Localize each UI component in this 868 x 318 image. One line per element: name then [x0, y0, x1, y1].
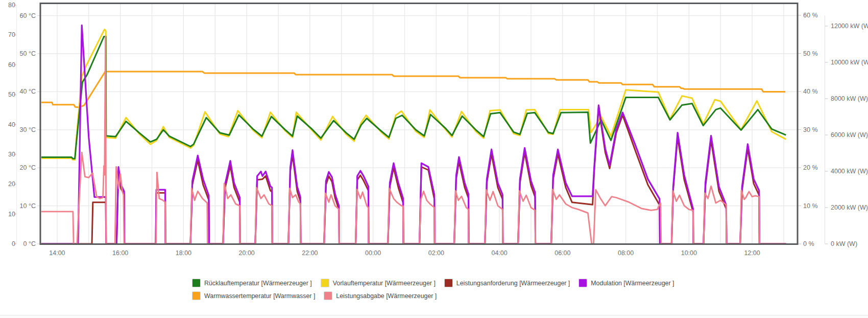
- legend-item-modulation[interactable]: Modulation [Wärmeerzeuger ]: [578, 279, 674, 287]
- x-tick-label: 22:00: [294, 249, 326, 257]
- power-tick-label: 0 kW (W): [831, 240, 857, 248]
- x-tick-label: 02:00: [420, 249, 452, 257]
- percent-tick-label: 10 %: [803, 202, 818, 210]
- x-tick-label: 04:00: [483, 249, 516, 257]
- legend-item-leistungsanforderung[interactable]: Leistungsanforderung [Wärmeerzeuger ]: [444, 279, 570, 287]
- legend-label: Rücklauftemperatur [Wärmeerzeuger ]: [204, 280, 312, 287]
- celsius-tick-label: 10 °C: [1, 202, 36, 210]
- legend-swatch: [324, 291, 332, 300]
- x-tick-label: 14:00: [41, 249, 74, 257]
- legend-label: Vorlauftemperatur [Wärmeerzeuger ]: [333, 280, 436, 287]
- legend-swatch: [192, 279, 201, 287]
- legend-label: Leistungsabgabe [Wärmeerzeuger ]: [336, 292, 437, 300]
- legend-row: Warmwassertemperatur [Warmwasser ]Leistu…: [192, 289, 677, 302]
- x-tick-label: 08:00: [610, 249, 642, 257]
- celsius-tick-label: 0 °C: [1, 240, 36, 248]
- series-warmwassertemperatur-line: [41, 72, 785, 107]
- bottom-band: [0, 315, 868, 318]
- x-tick-label: 20:00: [230, 249, 263, 257]
- left-outer-tick-label: 10: [0, 210, 15, 218]
- left-outer-tick-label: 70: [0, 31, 15, 39]
- legend-item-rcklauftemperatur[interactable]: Rücklauftemperatur [Wärmeerzeuger ]: [192, 279, 312, 287]
- power-tick-label: 6000 kW (W): [831, 131, 868, 139]
- plot-border: [40, 4, 798, 244]
- legend-label: Warmwassertemperatur [Warmwasser ]: [204, 292, 315, 300]
- legend-item-vorlauftemperatur[interactable]: Vorlauftemperatur [Wärmeerzeuger ]: [321, 279, 436, 287]
- chart-svg: [0, 0, 868, 318]
- left-outer-tick-label: 20: [0, 180, 15, 188]
- power-tick-label: 8000 kW (W): [831, 95, 868, 103]
- x-tick-label: 16:00: [104, 249, 137, 257]
- power-tick-label: 12000 kW (W): [831, 22, 868, 30]
- celsius-tick-label: 30 °C: [1, 126, 36, 134]
- chart-page: 8070605040302010060 °C50 °C40 °C30 °C20 …: [0, 0, 868, 318]
- x-tick-label: 00:00: [357, 249, 390, 257]
- percent-tick-label: 60 %: [803, 11, 818, 19]
- x-tick-label: 18:00: [167, 249, 200, 257]
- power-tick-label: 2000 kW (W): [831, 203, 868, 212]
- series-ruecklauftemperatur-line: [41, 37, 786, 159]
- legend-label: Leistungsanforderung [Wärmeerzeuger ]: [456, 280, 570, 287]
- legend-label: Modulation [Wärmeerzeuger ]: [591, 280, 674, 287]
- percent-tick-label: 0 %: [803, 240, 814, 248]
- celsius-tick-label: 60 °C: [1, 12, 36, 20]
- percent-tick-label: 50 %: [803, 50, 818, 58]
- legend-swatch: [321, 279, 329, 287]
- legend-swatch: [192, 291, 201, 300]
- celsius-tick-label: 50 °C: [1, 50, 36, 58]
- legend-row: Rücklauftemperatur [Wärmeerzeuger ]Vorla…: [192, 277, 677, 289]
- legend-item-warmwassertemperatur[interactable]: Warmwassertemperatur [Warmwasser ]: [192, 291, 315, 300]
- percent-tick-label: 40 %: [803, 87, 818, 96]
- legend-item-leistungsabgabe[interactable]: Leistungsabgabe [Wärmeerzeuger ]: [324, 291, 437, 300]
- left-outer-tick-label: 30: [0, 150, 15, 158]
- celsius-tick-label: 20 °C: [1, 164, 36, 172]
- legend-swatch: [578, 279, 587, 287]
- x-tick-label: 10:00: [672, 249, 705, 257]
- x-tick-label: 06:00: [546, 249, 579, 257]
- left-outer-tick-label: 80: [0, 1, 15, 9]
- left-outer-tick-label: 60: [0, 61, 15, 69]
- chart-legend: Rücklauftemperatur [Wärmeerzeuger ]Vorla…: [192, 277, 677, 302]
- series-modulation-line: [41, 25, 786, 244]
- legend-swatch: [444, 279, 453, 287]
- percent-tick-label: 20 %: [803, 164, 818, 172]
- celsius-tick-label: 40 °C: [1, 87, 36, 96]
- percent-tick-label: 30 %: [803, 126, 818, 134]
- power-tick-label: 10000 kW (W): [831, 58, 868, 66]
- power-tick-label: 4000 kW (W): [831, 167, 868, 175]
- x-tick-label: 12:00: [736, 249, 768, 257]
